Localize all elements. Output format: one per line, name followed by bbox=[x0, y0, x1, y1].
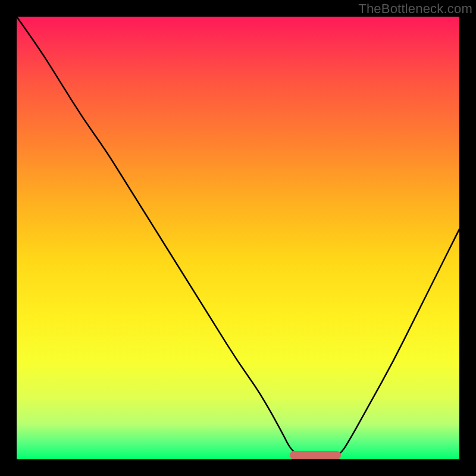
watermark-text: TheBottleneck.com bbox=[358, 1, 472, 17]
plot-area bbox=[17, 17, 459, 459]
bottleneck-curve bbox=[17, 17, 459, 459]
bottom-marker bbox=[290, 451, 341, 459]
chart-frame: TheBottleneck.com bbox=[0, 0, 476, 476]
